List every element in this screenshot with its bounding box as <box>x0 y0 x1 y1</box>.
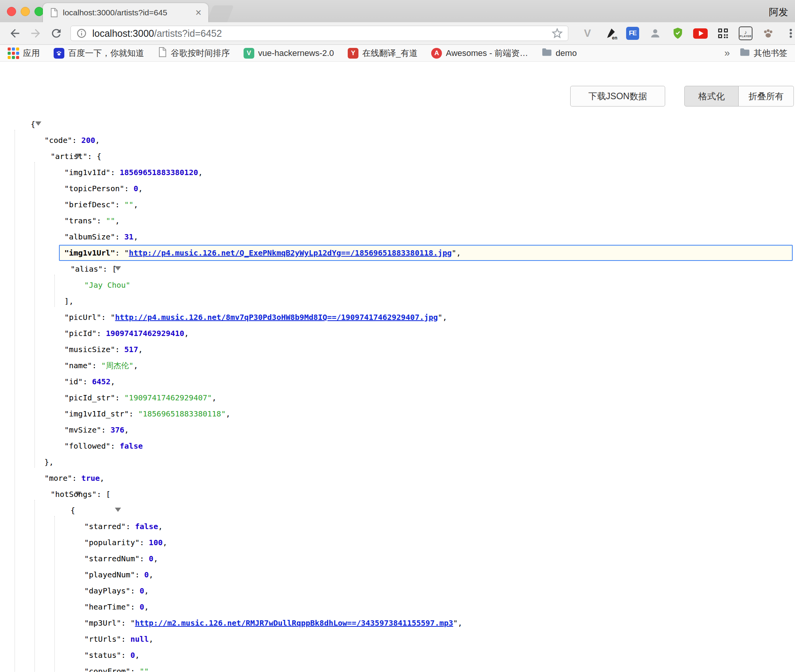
json-punctuation: , <box>115 216 119 225</box>
music-player-icon[interactable]: ♪PLAYER <box>738 25 753 42</box>
json-punctuation: " <box>124 248 129 257</box>
other-bookmarks-folder[interactable]: 其他书签 <box>740 48 787 59</box>
page-info-icon[interactable] <box>76 28 87 39</box>
json-punctuation: , <box>458 618 462 628</box>
json-punctuation: , <box>138 184 143 193</box>
paw-icon[interactable] <box>761 25 776 42</box>
download-json-button[interactable]: 下载JSON数据 <box>570 86 665 107</box>
json-key: "alias" <box>70 264 103 274</box>
collapse-all-button[interactable]: 折叠所有 <box>739 86 794 107</box>
json-punctuation: : <box>140 554 149 563</box>
json-key: "copyFrom" <box>84 667 130 672</box>
json-punctuation: [ <box>112 264 116 274</box>
json-punctuation: " <box>438 313 442 322</box>
json-url-link[interactable]: http://p4.music.126.net/Q_ExePNkmqB2yWyL… <box>129 248 452 257</box>
collapse-toggle-icon[interactable] <box>115 508 121 521</box>
collapse-toggle-icon[interactable] <box>35 121 41 135</box>
json-punctuation: ], <box>64 297 74 306</box>
json-line: "hearTime": 0, <box>0 599 795 615</box>
bookmark-star-icon[interactable] <box>552 28 563 39</box>
bookmark-item-google-sort[interactable]: 谷歌按时间排序 <box>158 47 230 59</box>
qr-code-icon[interactable] <box>715 25 731 42</box>
json-punctuation: , <box>154 554 158 563</box>
new-tab-button[interactable] <box>206 5 234 22</box>
json-key: "rtUrls" <box>84 634 121 644</box>
format-button[interactable]: 格式化 <box>684 86 739 107</box>
json-tree: {"code": 200,"artist": {"img1v1Id": 1856… <box>0 116 795 672</box>
json-punctuation: : <box>110 441 119 451</box>
json-line: "img1v1Url": "http://p4.music.126.net/Q_… <box>0 245 795 261</box>
json-punctuation: , <box>100 474 105 483</box>
bookmarks-overflow-chevron[interactable]: » <box>725 47 730 59</box>
json-punctuation: , <box>95 136 100 145</box>
json-string: "Jay Chou" <box>84 280 130 290</box>
json-url-link[interactable]: http://m2.music.126.net/RMJR7wDullRqppBk… <box>135 618 453 628</box>
json-punctuation: , <box>134 200 138 209</box>
json-punctuation: " <box>130 618 135 628</box>
tab-strip: localhost:3000/artists?id=645 × 阿发 <box>0 0 795 22</box>
json-punctuation: , <box>144 586 149 595</box>
json-url-link[interactable]: http://p4.music.126.net/8mv7qP30Pd3oHW8b… <box>115 313 438 322</box>
url-bar[interactable]: localhost:3000/artists?id=6452 <box>70 26 568 41</box>
apps-grid-icon <box>8 48 19 59</box>
json-key: "trans" <box>64 216 97 225</box>
tab-close-icon[interactable]: × <box>195 8 201 18</box>
close-window-button[interactable] <box>7 7 16 16</box>
json-key: "name" <box>64 361 92 370</box>
awesomes-favicon: A <box>431 48 442 59</box>
apps-shortcut[interactable]: 应用 <box>8 48 40 59</box>
youtube-icon[interactable] <box>693 25 708 42</box>
json-key: "dayPlays" <box>84 586 130 595</box>
baidu-favicon <box>54 48 64 59</box>
json-key: "picId" <box>64 329 97 338</box>
json-string: "" <box>106 216 115 225</box>
json-punctuation: , <box>133 361 138 370</box>
bookmarks-bar: 应用 百度一下，你就知道 谷歌按时间排序 V vue-hackernews-2.… <box>0 45 795 62</box>
json-key: "img1v1Id" <box>64 168 110 177</box>
browser-menu-icon[interactable] <box>783 25 795 42</box>
json-punctuation: " <box>110 313 115 322</box>
adguard-shield-icon[interactable] <box>670 25 685 42</box>
vue-devtools-icon[interactable]: V <box>580 25 595 42</box>
minimize-window-button[interactable] <box>21 7 30 16</box>
json-punctuation: , <box>144 602 149 611</box>
json-punctuation: : <box>115 393 124 402</box>
reload-button[interactable] <box>46 23 67 44</box>
json-key: "img1v1Id_str" <box>64 409 129 418</box>
json-punctuation: : <box>124 184 134 193</box>
page-content: 下载JSON数据 格式化 折叠所有 {"code": 200,"artist":… <box>0 62 795 672</box>
json-number: 6452 <box>92 377 110 386</box>
bookmark-item-vue-hackernews[interactable]: V vue-hackernews-2.0 <box>244 48 334 59</box>
json-key: "briefDesc" <box>64 200 115 209</box>
json-key: "mvSize" <box>64 425 101 434</box>
json-line: "mvSize": 376, <box>0 422 795 438</box>
browser-profile-name[interactable]: 阿发 <box>769 6 788 18</box>
forward-button[interactable] <box>25 23 46 44</box>
json-number: 0 <box>140 602 144 611</box>
back-button[interactable] <box>5 23 25 44</box>
bookmark-item-baidu[interactable]: 百度一下，你就知道 <box>54 48 144 59</box>
json-string: "19097417462929407" <box>124 393 212 402</box>
bookmark-label: Awesomes - 前端资… <box>446 48 528 59</box>
json-number: 31 <box>124 232 134 241</box>
bookmark-label: vue-hackernews-2.0 <box>258 48 334 58</box>
json-punctuation: , <box>149 570 154 579</box>
json-line: "artist": { <box>0 148 795 164</box>
json-line: "picId_str": "19097417462929407", <box>0 390 795 406</box>
json-punctuation: : <box>97 329 106 338</box>
folder-icon <box>740 48 750 59</box>
bookmark-item-awesomes[interactable]: A Awesomes - 前端资… <box>431 48 528 59</box>
json-number: 100 <box>149 538 163 547</box>
bookmark-item-demo-folder[interactable]: demo <box>542 48 577 59</box>
profile-icon[interactable] <box>648 25 663 42</box>
zoom-window-button[interactable] <box>34 7 44 16</box>
browser-tab[interactable]: localhost:3000/artists?id=645 × <box>43 3 208 22</box>
folder-icon <box>542 48 552 59</box>
translate-pen-icon[interactable]: en <box>602 25 618 42</box>
json-punctuation: : <box>130 602 139 611</box>
navigation-bar: localhost:3000/artists?id=6452 V en FE ♪… <box>0 22 795 45</box>
fe-extension-icon[interactable]: FE <box>625 25 640 42</box>
bookmark-item-youdao[interactable]: Y 在线翻译_有道 <box>348 48 417 59</box>
url-host: localhost:3000 <box>92 28 154 39</box>
json-key: "followed" <box>64 441 110 451</box>
